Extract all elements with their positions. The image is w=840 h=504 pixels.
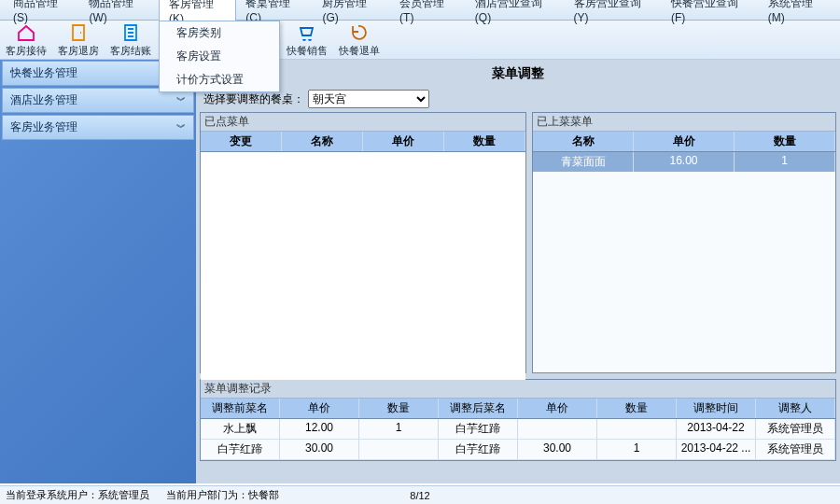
bill-icon: [120, 22, 141, 43]
undo-icon: [349, 22, 370, 43]
toolbar: 客房接待客房退房客房结账酒店修单酒店结账快餐销售快餐退单: [0, 21, 840, 60]
menu-dropdown-item[interactable]: 客房设置: [160, 45, 279, 68]
table-row[interactable]: 白芋红蹄30.00白芋红蹄30.0012013-04-22 ...系统管理员: [201, 440, 835, 460]
column-header: 单价: [518, 399, 597, 418]
page-indicator: 8/12: [410, 490, 429, 501]
sidebar-group[interactable]: 客房业务管理︾: [2, 115, 194, 140]
statusbar: 当前登录系统用户：系统管理员 当前用户部门为：快餐部 8/12: [0, 485, 840, 504]
filter-label: 选择要调整的餐桌：: [203, 91, 304, 107]
column-header: 单价: [280, 399, 359, 418]
table-row[interactable]: 水上飘12.001白芋红蹄2013-04-22系统管理员: [201, 419, 835, 440]
toolbar-button[interactable]: 客房退房: [58, 22, 99, 58]
menu-dropdown-item[interactable]: 客房类别: [160, 21, 279, 45]
column-header: 数量: [444, 132, 525, 151]
ordered-grid[interactable]: [201, 152, 525, 380]
menu-dropdown-item[interactable]: 计价方式设置: [160, 68, 279, 91]
menu-item[interactable]: 快餐营业查询(F): [662, 0, 759, 26]
column-header: 调整后菜名: [439, 399, 518, 418]
page-title: 菜单调整: [200, 63, 836, 88]
table-select[interactable]: 朝天宫: [308, 90, 429, 108]
column-header: 数量: [359, 399, 439, 418]
menu-item[interactable]: 系统管理(M): [759, 0, 836, 26]
ordered-panel-title: 已点菜单: [201, 113, 525, 132]
history-panel: 菜单调整记录 调整前菜名单价数量调整后菜名单价数量调整时间调整人 水上飘12.0…: [200, 379, 836, 461]
column-header: 数量: [597, 399, 677, 418]
history-panel-title: 菜单调整记录: [201, 380, 835, 399]
column-header: 单价: [634, 132, 735, 151]
chevron-down-icon: ︾: [176, 121, 186, 134]
toolbar-button[interactable]: 快餐销售: [287, 22, 328, 58]
menu-item[interactable]: 会员管理(T): [390, 0, 466, 26]
menu-item[interactable]: 酒店营业查询(Q): [466, 0, 565, 26]
chevron-down-icon: ︾: [176, 94, 186, 107]
table-row[interactable]: 青菜面面16.001: [533, 152, 835, 172]
toolbar-button[interactable]: 客房结账: [110, 22, 151, 58]
served-grid[interactable]: 青菜面面16.001: [533, 152, 835, 172]
toolbar-button[interactable]: 客房接待: [6, 22, 47, 58]
column-header: 名称: [282, 132, 363, 151]
main-area: 菜单调整 选择要调整的餐桌： 朝天宫 已点菜单 变更名称单价数量 已上菜菜单 名…: [196, 60, 840, 483]
menu-dropdown: 客房类别客房设置计价方式设置: [159, 21, 280, 92]
door-icon: [68, 22, 89, 43]
menubar: 商品管理(S)物品管理(W)客房管理(K)餐桌管理(C)厨房管理(G)会员管理(…: [0, 0, 840, 21]
sidebar: 快餐业务管理︾酒店业务管理︾客房业务管理︾: [0, 60, 196, 483]
toolbar-button[interactable]: 快餐退单: [339, 22, 380, 58]
column-header: 变更: [201, 132, 282, 151]
column-header: 名称: [533, 132, 634, 151]
house-icon: [16, 22, 36, 43]
column-header: 调整时间: [677, 399, 756, 418]
cart-icon: [297, 22, 317, 43]
served-panel-title: 已上菜菜单: [533, 113, 835, 132]
history-grid[interactable]: 水上飘12.001白芋红蹄2013-04-22系统管理员白芋红蹄30.00白芋红…: [201, 419, 835, 460]
column-header: 调整前菜名: [201, 399, 280, 418]
menu-item[interactable]: 客房营业查询(Y): [565, 0, 662, 26]
ordered-panel: 已点菜单 变更名称单价数量: [200, 112, 526, 373]
column-header: 单价: [363, 132, 444, 151]
column-header: 数量: [735, 132, 835, 151]
column-header: 调整人: [756, 399, 835, 418]
served-panel: 已上菜菜单 名称单价数量 青菜面面16.001: [532, 112, 836, 373]
